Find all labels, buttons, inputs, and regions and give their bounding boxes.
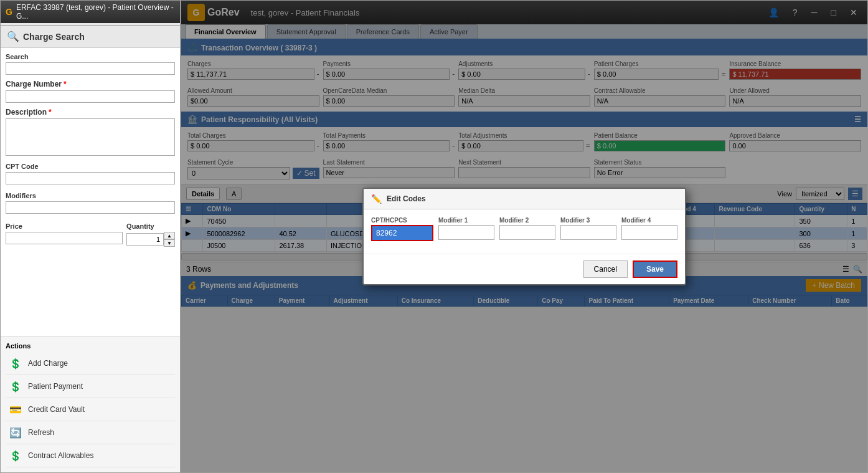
modifiers-label: Modifiers xyxy=(6,192,175,199)
cs-actions: Actions 💲 Add Charge 💲 Patient Payment 💳… xyxy=(1,337,180,472)
cpt-hcpcs-input[interactable] xyxy=(371,225,433,241)
description-label: Description * xyxy=(6,108,175,117)
quantity-input[interactable] xyxy=(126,233,164,246)
contract-label: Contract Allowables xyxy=(28,451,93,460)
action-refresh[interactable]: 🔄 Refresh xyxy=(6,421,175,444)
add-charge-icon: 💲 xyxy=(8,356,23,371)
refresh-label: Refresh xyxy=(28,428,54,437)
credit-card-icon: 💳 xyxy=(8,402,23,417)
modifier2-label: Modifier 2 xyxy=(499,217,555,224)
search-label: Search xyxy=(6,53,175,60)
save-button[interactable]: Save xyxy=(633,260,677,278)
modal-fields-row: CPT/HCPCS Modifier 1 Modifier 2 Modifier… xyxy=(371,217,677,241)
main-window: G GoRev test, gorev - Patient Financials… xyxy=(181,0,868,473)
modal-body: CPT/HCPCS Modifier 1 Modifier 2 Modifier… xyxy=(364,209,685,254)
cs-title: Charge Search xyxy=(23,32,85,42)
bg-window-titlebar: G ERFAC 33987 (test, gorev) - Patient Ov… xyxy=(1,1,180,23)
quantity-label: Quantity xyxy=(126,222,175,230)
contract-icon: 💲 xyxy=(8,448,23,463)
modifier3-label: Modifier 3 xyxy=(560,217,616,224)
modifier4-input[interactable] xyxy=(621,225,677,240)
modifiers-input[interactable] xyxy=(6,201,175,214)
modal-title: Edit Codes xyxy=(387,194,426,203)
modal-header: ✏️ Edit Codes xyxy=(364,189,685,209)
add-charge-label: Add Charge xyxy=(28,359,68,368)
patient-payment-action-label: Patient Payment xyxy=(28,382,83,391)
edit-codes-modal: ✏️ Edit Codes CPT/HCPCS Modifier 1 Modif… xyxy=(362,188,686,285)
modifier3-input[interactable] xyxy=(560,225,616,240)
price-input[interactable] xyxy=(6,232,123,244)
modal-overlay: ✏️ Edit Codes CPT/HCPCS Modifier 1 Modif… xyxy=(181,1,867,472)
cs-body: Search Charge Number * Description * CPT… xyxy=(1,48,180,337)
qty-down-btn[interactable]: ▼ xyxy=(164,239,175,247)
pencil-icon: ✏️ xyxy=(371,194,382,204)
price-label: Price xyxy=(6,222,123,230)
modifier4-label: Modifier 4 xyxy=(621,217,677,224)
modifier2-input[interactable] xyxy=(499,225,555,240)
actions-title: Actions xyxy=(6,342,175,350)
charge-number-label: Charge Number * xyxy=(6,80,175,88)
cpt-code-label: CPT Code xyxy=(6,163,175,170)
search-input[interactable] xyxy=(6,62,175,75)
modifier2-field: Modifier 2 xyxy=(499,217,555,241)
action-credit-card-vault[interactable]: 💳 Credit Card Vault xyxy=(6,398,175,421)
modifier4-field: Modifier 4 xyxy=(621,217,677,241)
gorev-bg-logo-icon: G xyxy=(6,7,12,17)
action-contract-allowables[interactable]: 💲 Contract Allowables xyxy=(6,444,175,467)
cpt-code-input[interactable] xyxy=(6,172,175,184)
description-textarea[interactable] xyxy=(6,118,175,156)
modal-footer: Cancel Save xyxy=(364,254,685,284)
modifier1-label: Modifier 1 xyxy=(438,217,494,224)
charge-number-input[interactable] xyxy=(6,90,175,103)
modifier1-input[interactable] xyxy=(438,225,494,240)
bg-window-title: ERFAC 33987 (test, gorev) - Patient Over… xyxy=(16,3,175,21)
charge-search-icon: 🔍 xyxy=(7,31,19,42)
refresh-icon: 🔄 xyxy=(8,425,23,440)
modifier3-field: Modifier 3 xyxy=(560,217,616,241)
cpt-hcpcs-label: CPT/HCPCS xyxy=(371,217,433,224)
cs-header: 🔍 Charge Search xyxy=(1,26,180,48)
cancel-button[interactable]: Cancel xyxy=(583,260,628,278)
action-patient-payment[interactable]: 💲 Patient Payment xyxy=(6,375,175,398)
cpt-hcpcs-field: CPT/HCPCS xyxy=(371,217,433,241)
qty-up-btn[interactable]: ▲ xyxy=(164,232,175,239)
patient-payment-action-icon: 💲 xyxy=(8,379,23,394)
action-add-charge[interactable]: 💲 Add Charge xyxy=(6,352,175,375)
charge-search-panel: 🔍 Charge Search Search Charge Number * D… xyxy=(0,25,181,473)
modifier1-field: Modifier 1 xyxy=(438,217,494,241)
credit-card-label: Credit Card Vault xyxy=(28,405,85,414)
